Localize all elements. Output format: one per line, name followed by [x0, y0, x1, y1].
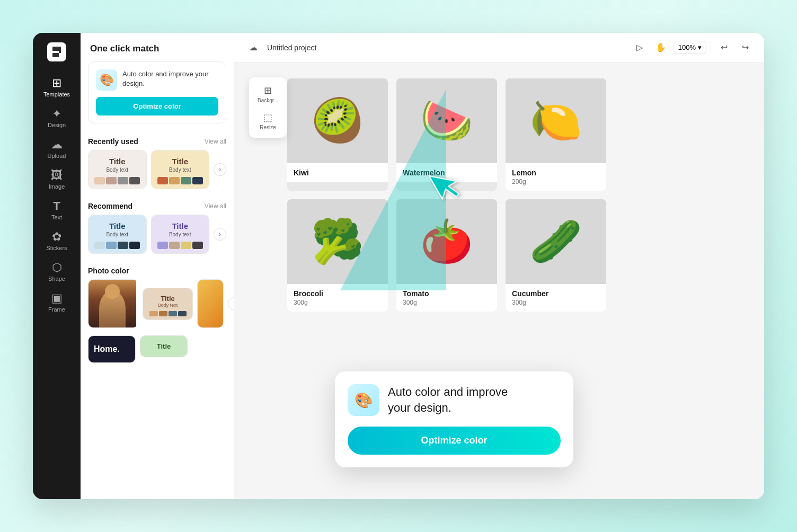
- bottom-rows: Home. Title: [81, 335, 234, 367]
- sidebar-item-stickers[interactable]: ✿ Stickers: [36, 227, 77, 255]
- zoom-level: 100%: [678, 43, 696, 51]
- sidebar-label-upload: Upload: [48, 153, 66, 159]
- canvas-name-watermelon: Watermelon: [403, 169, 491, 177]
- canvas-card-lemon: 🍋 Lemon 200g: [506, 78, 606, 191]
- photo-card-body: Body text: [147, 303, 188, 308]
- popup-icon-box: 🎨: [348, 384, 379, 416]
- cloud-save-button[interactable]: ☁: [245, 39, 262, 56]
- canvas-weight-broccoli: 300g: [294, 299, 382, 306]
- recently-used-next-button[interactable]: ›: [214, 163, 226, 176]
- canvas-img-cucumber: 🥒: [506, 199, 606, 284]
- sidebar-label-stickers: Stickers: [46, 245, 67, 251]
- app-logo: [46, 41, 67, 63]
- template-body-3: Body text: [94, 232, 141, 237]
- recommend-next-button[interactable]: ›: [214, 228, 226, 241]
- canvas-img-watermelon: 🍉: [396, 78, 497, 163]
- sidebar-label-image: Image: [49, 183, 65, 190]
- main-toolbar: ☁ Untitled project ▷ ✋ 100% ▾ ↩ ↪: [234, 33, 764, 63]
- mini-toolbar: ⊞ Backgr... ⬚ Resize: [249, 77, 287, 138]
- sidebar-item-design[interactable]: ✦ Design: [36, 104, 77, 132]
- toolbar-divider: [711, 41, 711, 54]
- template-title-3: Title: [94, 221, 141, 230]
- photo-color-title: Photo color: [88, 267, 129, 275]
- undo-button[interactable]: ↩: [715, 39, 732, 56]
- template-card-2[interactable]: Title Body text: [151, 150, 210, 189]
- photo-card-3[interactable]: [197, 279, 224, 328]
- sidebar-label-frame: Frame: [48, 306, 65, 313]
- template-title-2: Title: [157, 157, 204, 166]
- canvas-weight-tomato: 300g: [403, 299, 491, 306]
- design-icon: ✦: [52, 108, 61, 120]
- sidebar-item-shape[interactable]: ⬡ Shape: [36, 258, 77, 286]
- canvas-name-lemon: Lemon: [512, 169, 600, 177]
- bottom-template-card[interactable]: Title: [140, 335, 188, 357]
- canvas-card-cucumber: 🥒 Cucumber 300g: [506, 199, 606, 312]
- frame-icon: ▣: [51, 292, 63, 304]
- project-title: Untitled project: [267, 43, 316, 52]
- sidebar-item-templates[interactable]: ⊞ Templates: [36, 73, 77, 102]
- side-panel: One click match 🎨 Auto color and improve…: [81, 33, 234, 499]
- swatches-2: [157, 177, 204, 184]
- recently-used-title: Recently used: [88, 137, 138, 146]
- optimize-color-button-large[interactable]: Optimize color: [348, 427, 561, 455]
- background-label: Backgr...: [258, 97, 278, 103]
- canvas-area: ⊞ Backgr... ⬚ Resize 🥝 Kiwi: [234, 63, 764, 499]
- background-tool[interactable]: ⊞ Backgr...: [252, 82, 284, 107]
- canvas-weight-lemon: 200g: [512, 178, 600, 185]
- sidebar-item-image[interactable]: 🖼 Image: [36, 165, 77, 194]
- home-card-title: Home.: [94, 344, 130, 354]
- zoom-control[interactable]: 100% ▾: [674, 41, 706, 54]
- hand-tool-button[interactable]: ✋: [652, 39, 669, 56]
- photo-card-2[interactable]: Title Body text: [143, 288, 193, 320]
- cursor-tool-button[interactable]: ▷: [631, 39, 648, 56]
- one-click-description: Auto color and improve your design.: [122, 69, 218, 88]
- design-canvas: 🥝 Kiwi 🍉 Watermelon 🍋 Lemon 200g: [287, 78, 606, 312]
- sidebar-label-text: Text: [51, 214, 62, 220]
- canvas-card-watermelon: 🍉 Watermelon: [396, 78, 497, 191]
- svg-rect-0: [47, 42, 66, 61]
- recently-used-header: Recently used View all: [81, 132, 234, 150]
- templates-icon: ⊞: [52, 77, 61, 89]
- optimize-color-button-small[interactable]: Optimize color: [96, 97, 218, 116]
- recommend-view-all[interactable]: View all: [205, 202, 226, 210]
- photo-color-next-button[interactable]: ›: [228, 297, 234, 310]
- photo-card-1[interactable]: [88, 279, 138, 328]
- template-title-4: Title: [157, 221, 204, 230]
- canvas-name-kiwi: Kiwi: [294, 169, 382, 177]
- swatches-4: [157, 242, 204, 249]
- canvas-weight-cucumber: 300g: [512, 299, 600, 306]
- canvas-card-tomato: 🍅 Tomato 300g: [396, 199, 497, 312]
- stickers-icon: ✿: [52, 231, 61, 243]
- resize-label: Resize: [260, 125, 276, 130]
- recommend-title: Recommend: [88, 202, 132, 210]
- recommend-header: Recommend View all: [81, 197, 234, 215]
- template-body-2: Body text: [157, 167, 204, 173]
- sidebar-label-design: Design: [48, 122, 66, 128]
- template-card-4[interactable]: Title Body text: [151, 215, 210, 254]
- one-click-card: 🎨 Auto color and improve your design. Op…: [88, 61, 226, 123]
- shape-icon: ⬡: [52, 262, 62, 273]
- bottom-template-title: Title: [145, 342, 183, 350]
- sidebar-item-text[interactable]: T Text: [36, 196, 77, 225]
- template-card-3[interactable]: Title Body text: [88, 215, 147, 254]
- template-body-4: Body text: [157, 232, 204, 237]
- sidebar-item-frame[interactable]: ▣ Frame: [36, 288, 77, 317]
- recently-used-grid: Title Body text Title Body text: [81, 150, 234, 197]
- swatches-1: [94, 177, 141, 184]
- template-body-1: Body text: [94, 167, 141, 173]
- upload-icon: ☁: [51, 139, 63, 150]
- big-popup: 🎨 Auto color and improveyour design. Opt…: [335, 371, 573, 467]
- template-card-1[interactable]: Title Body text: [88, 150, 147, 189]
- sidebar-item-upload[interactable]: ☁ Upload: [36, 135, 77, 163]
- recently-used-view-all[interactable]: View all: [205, 138, 226, 145]
- home-card[interactable]: Home.: [88, 335, 136, 363]
- recommend-grid: Title Body text Title Body text: [81, 215, 234, 261]
- zoom-dropdown-icon: ▾: [698, 43, 702, 51]
- photo-color-header: Photo color: [81, 261, 234, 279]
- image-icon: 🖼: [51, 170, 63, 181]
- redo-button[interactable]: ↪: [737, 39, 754, 56]
- sidebar-label-shape: Shape: [48, 276, 65, 282]
- canvas-card-broccoli: 🥦 Broccoli 300g: [287, 199, 388, 312]
- resize-tool[interactable]: ⬚ Resize: [252, 109, 284, 134]
- popup-description: Auto color and improveyour design.: [388, 384, 508, 415]
